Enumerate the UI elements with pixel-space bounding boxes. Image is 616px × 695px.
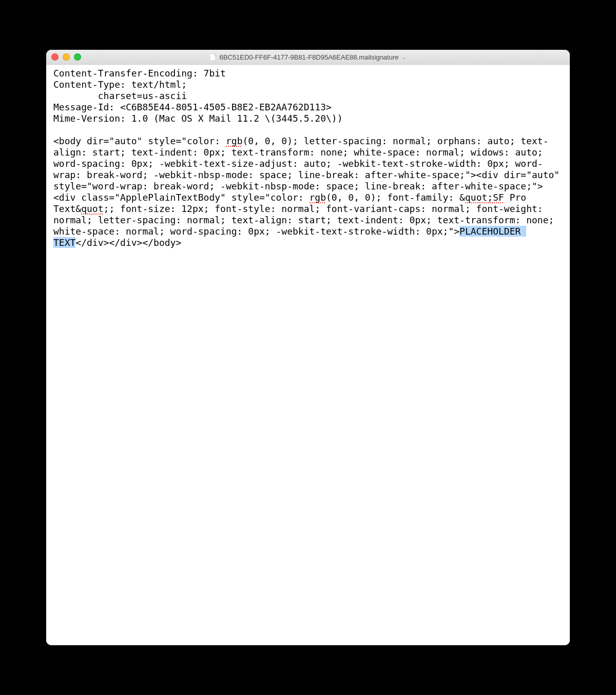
header-line: Message-Id: <C6B85E44-8051-4505-B8E2-EB2… [53, 102, 563, 113]
document-icon [210, 53, 216, 61]
window-controls [46, 53, 81, 61]
editor-content[interactable]: Content-Transfer-Encoding: 7bitContent-T… [46, 65, 570, 645]
window-title: 6BC51ED0-FF6F-4177-9B81-F8D95A6EAE88.mai… [46, 53, 570, 61]
minimize-icon[interactable] [63, 53, 70, 61]
header-line: Mime-Version: 1.0 (Mac OS X Mail 11.2 \(… [53, 113, 563, 124]
header-line: Content-Type: text/html; [53, 79, 563, 90]
window-title-text: 6BC51ED0-FF6F-4177-9B81-F8D95A6EAE88.mai… [219, 53, 398, 61]
header-line: Content-Transfer-Encoding: 7bit [53, 68, 563, 79]
spellcheck-squiggle: rgb [226, 136, 243, 147]
body-html: <body dir="auto" style="color: rgb(0, 0,… [53, 136, 563, 248]
spellcheck-squiggle: rgb [310, 192, 326, 203]
spellcheck-squiggle: quot;SF [465, 192, 504, 203]
blank-line [53, 124, 563, 136]
spellcheck-squiggle: quot [81, 203, 103, 215]
header-line: charset=us-ascii [53, 90, 563, 102]
zoom-icon[interactable] [74, 53, 81, 61]
close-icon[interactable] [51, 53, 59, 61]
chevron-down-icon: ⌄ [402, 54, 406, 60]
titlebar[interactable]: 6BC51ED0-FF6F-4177-9B81-F8D95A6EAE88.mai… [46, 50, 570, 65]
text-editor-window: 6BC51ED0-FF6F-4177-9B81-F8D95A6EAE88.mai… [46, 50, 570, 645]
